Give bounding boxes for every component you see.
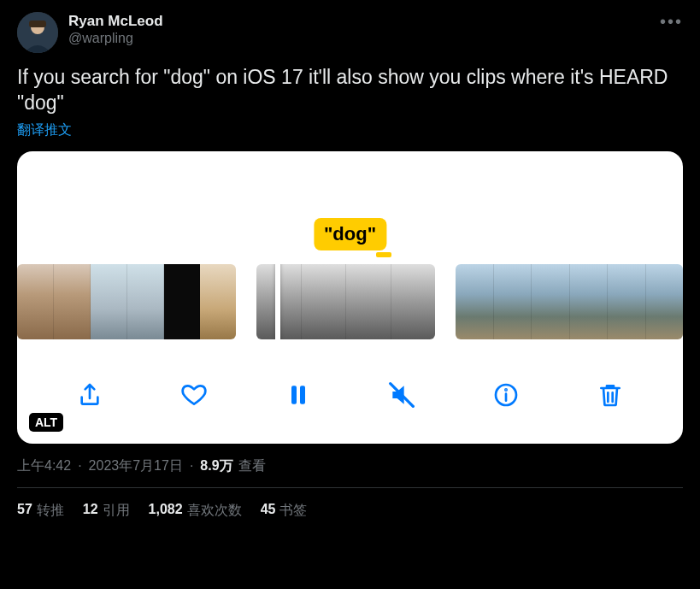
timeline-marker bbox=[376, 252, 391, 257]
thumbnail-frame bbox=[17, 264, 54, 339]
svg-rect-3 bbox=[291, 386, 297, 403]
heart-icon[interactable] bbox=[178, 379, 210, 411]
quotes-count: 12 bbox=[83, 502, 98, 520]
thumbnail-frame bbox=[54, 264, 91, 339]
tweet-time[interactable]: 上午4:42 bbox=[17, 457, 71, 475]
avatar[interactable] bbox=[17, 12, 58, 53]
share-icon[interactable] bbox=[74, 379, 106, 411]
separator-dot bbox=[186, 458, 197, 474]
speaker-muted-icon[interactable] bbox=[385, 379, 418, 411]
retweets-label: 转推 bbox=[37, 502, 64, 520]
more-options-button[interactable]: ••• bbox=[660, 12, 683, 32]
bookmarks-label: 书签 bbox=[279, 502, 307, 520]
thumbnail-frame bbox=[302, 264, 346, 339]
retweets-stat[interactable]: 57 转推 bbox=[17, 502, 64, 520]
bookmarks-count: 45 bbox=[261, 502, 276, 520]
clip-group-2[interactable] bbox=[256, 264, 435, 339]
thumbnail-frame bbox=[164, 264, 201, 339]
thumbnail-frame bbox=[456, 264, 493, 339]
thumbnail-frame bbox=[391, 264, 435, 339]
playhead[interactable] bbox=[275, 264, 280, 339]
tweet-header: Ryan McLeod @warpling ••• bbox=[17, 12, 683, 53]
trash-icon[interactable] bbox=[594, 379, 626, 411]
thumbnail-frame bbox=[346, 264, 391, 339]
tweet-date[interactable]: 2023年7月17日 bbox=[89, 457, 183, 475]
separator-dot bbox=[74, 458, 85, 474]
retweets-count: 57 bbox=[17, 502, 32, 520]
alt-badge[interactable]: ALT bbox=[29, 413, 63, 432]
svg-point-7 bbox=[506, 389, 507, 390]
likes-stat[interactable]: 1,082 喜欢次数 bbox=[149, 502, 242, 520]
thumbnail-frame bbox=[91, 264, 127, 339]
user-info: Ryan McLeod @warpling bbox=[68, 12, 163, 47]
search-highlight-label: "dog" bbox=[314, 218, 386, 250]
pause-icon[interactable] bbox=[282, 379, 315, 411]
thumbnail-frame bbox=[127, 264, 164, 339]
info-icon[interactable] bbox=[490, 379, 522, 411]
display-name[interactable]: Ryan McLeod bbox=[68, 12, 163, 30]
clip-group-1[interactable] bbox=[17, 264, 236, 339]
svg-rect-4 bbox=[300, 386, 305, 403]
media-inner: "dog" bbox=[17, 151, 683, 444]
likes-label: 喜欢次数 bbox=[187, 502, 242, 520]
bookmarks-stat[interactable]: 45 书签 bbox=[261, 502, 308, 520]
media-controls bbox=[17, 379, 683, 411]
views-label: 查看 bbox=[238, 457, 266, 475]
tweet-meta: 上午4:42 2023年7月17日 8.9万 查看 bbox=[17, 457, 683, 475]
user-handle[interactable]: @warpling bbox=[68, 30, 163, 47]
video-timeline[interactable] bbox=[17, 262, 683, 341]
thumbnail-frame bbox=[200, 264, 236, 339]
translate-link[interactable]: 翻译推文 bbox=[17, 121, 683, 139]
views-count[interactable]: 8.9万 bbox=[200, 457, 232, 475]
quotes-stat[interactable]: 12 引用 bbox=[83, 502, 130, 520]
thumbnail-frame bbox=[532, 264, 569, 339]
stats-row: 57 转推 12 引用 1,082 喜欢次数 45 书签 bbox=[17, 488, 683, 520]
likes-count: 1,082 bbox=[149, 502, 183, 520]
thumbnail-frame bbox=[570, 264, 608, 339]
thumbnail-frame bbox=[646, 264, 683, 339]
media-attachment[interactable]: "dog" bbox=[17, 151, 683, 444]
avatar-image bbox=[17, 12, 58, 53]
svg-rect-2 bbox=[29, 21, 46, 27]
tweet-text: If you search for "dog" on iOS 17 it'll … bbox=[17, 65, 683, 116]
clip-group-3[interactable] bbox=[456, 264, 683, 339]
thumbnail-frame bbox=[608, 264, 645, 339]
tweet-container: Ryan McLeod @warpling ••• If you search … bbox=[0, 0, 700, 520]
thumbnail-frame bbox=[494, 264, 532, 339]
quotes-label: 引用 bbox=[103, 502, 130, 520]
